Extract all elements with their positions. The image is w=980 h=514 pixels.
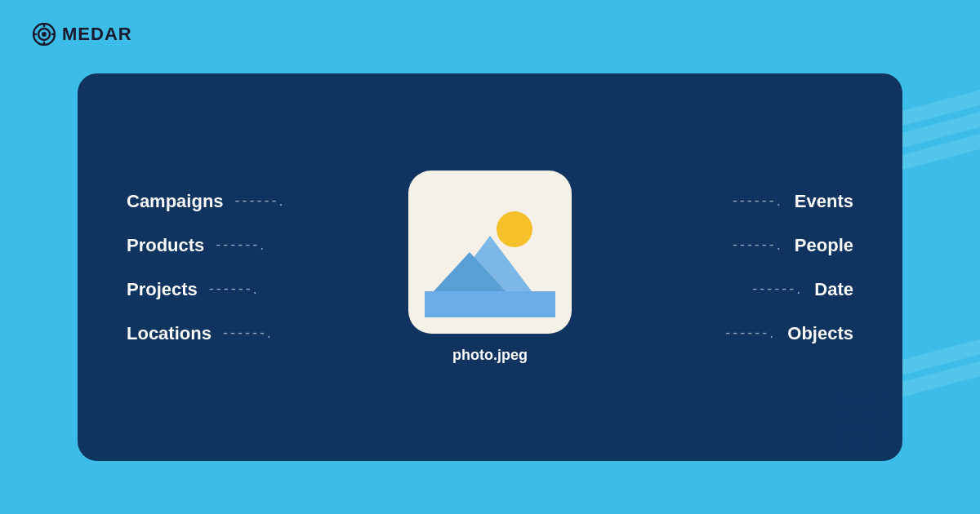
list-item: ------. Date — [752, 279, 853, 300]
dashes-date: ------. — [752, 281, 803, 298]
card-content: Campaigns ------. Products ------. Proje… — [127, 171, 853, 364]
list-item: Products ------. — [127, 235, 266, 256]
dot — [867, 426, 874, 432]
dot — [838, 411, 844, 418]
dot — [838, 397, 844, 403]
image-filename: photo.jpeg — [452, 347, 528, 364]
label-locations: Locations — [127, 323, 212, 344]
logo: MEDAR — [33, 23, 132, 46]
dashes-projects: ------. — [209, 281, 260, 298]
label-campaigns: Campaigns — [127, 191, 224, 212]
svg-rect-11 — [425, 291, 555, 317]
label-projects: Projects — [127, 279, 198, 300]
dot — [853, 411, 859, 418]
list-item: ------. People — [733, 235, 853, 256]
list-item: Locations ------. — [127, 323, 274, 344]
dot — [838, 426, 844, 432]
label-events: Events — [795, 191, 853, 212]
dot — [838, 441, 844, 447]
list-item: ------. Events — [733, 191, 853, 212]
dot — [882, 411, 889, 418]
dashes-campaigns: ------. — [235, 193, 286, 210]
dashes-objects: ------. — [725, 325, 776, 342]
dots-decoration — [838, 397, 890, 449]
dot — [853, 397, 859, 403]
dot — [882, 426, 889, 432]
dot — [882, 397, 889, 403]
list-item: Projects ------. — [127, 279, 260, 300]
photo-illustration — [425, 187, 555, 317]
left-labels: Campaigns ------. Products ------. Proje… — [127, 191, 392, 344]
image-preview — [408, 171, 572, 334]
label-products: Products — [127, 235, 204, 256]
svg-point-2 — [42, 32, 47, 37]
label-people: People — [795, 235, 853, 256]
list-item: ------. Objects — [725, 323, 853, 344]
center-area: photo.jpeg — [408, 171, 572, 364]
dashes-locations: ------. — [223, 325, 274, 342]
dashes-events: ------. — [733, 193, 783, 210]
dot — [867, 441, 874, 447]
dashes-products: ------. — [216, 237, 266, 254]
dashes-people: ------. — [733, 237, 783, 254]
right-labels: ------. Events ------. People ------. Da… — [588, 191, 853, 344]
dot — [867, 397, 874, 403]
svg-point-8 — [497, 211, 532, 247]
list-item: Campaigns ------. — [127, 191, 286, 212]
logo-text: MEDAR — [62, 24, 132, 45]
logo-icon — [33, 23, 56, 46]
dot — [882, 441, 889, 447]
dot — [853, 441, 859, 447]
dot — [867, 411, 874, 418]
label-objects: Objects — [787, 323, 853, 344]
dot — [853, 426, 859, 432]
main-card: Campaigns ------. Products ------. Proje… — [78, 73, 902, 461]
label-date: Date — [814, 279, 853, 300]
